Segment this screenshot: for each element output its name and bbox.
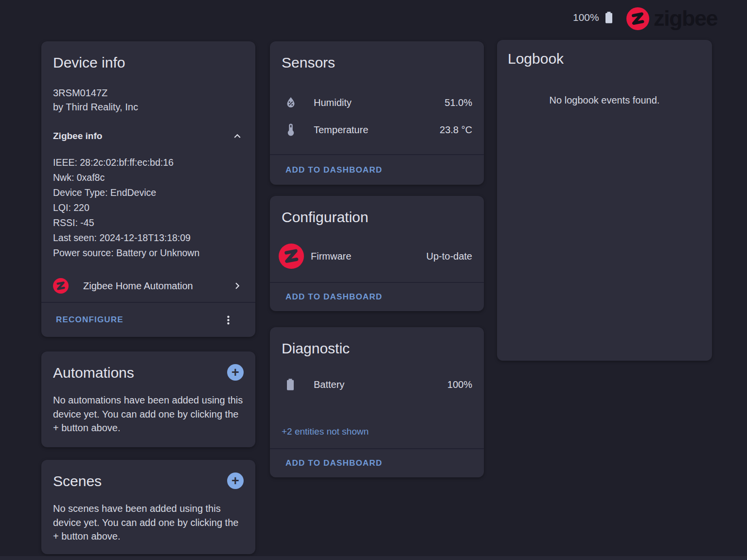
header-battery-status: 100% — [573, 11, 616, 24]
humidity-icon — [282, 95, 314, 110]
entity-value: 23.8 °C — [440, 124, 472, 136]
zigbee-attributes: IEEE: 28:2c:02:bf:ff:ec:bd:16 Nwk: 0xaf8… — [53, 155, 244, 261]
integration-label: Zigbee Home Automation — [83, 280, 193, 292]
scenes-empty-text: No scenes have been added using this dev… — [53, 502, 244, 543]
entity-value: 100% — [447, 379, 472, 390]
diagnostic-card: Diagnostic Battery 100% +2 entities not … — [270, 327, 484, 477]
attr-last-seen: Last seen: 2024-12-18T13:18:09 — [53, 230, 244, 245]
battery-icon — [282, 378, 314, 391]
attr-rssi: RSSI: -45 — [53, 215, 244, 230]
diagnostic-row-battery[interactable]: Battery 100% — [282, 370, 472, 399]
automations-card: Automations + No automations have been a… — [41, 351, 255, 447]
attr-lqi: LQI: 220 — [53, 200, 244, 215]
logbook-card: Logbook No logbook events found. — [497, 40, 712, 361]
entity-label: Battery — [314, 379, 344, 390]
logbook-title: Logbook — [508, 50, 701, 68]
zigbee-logo-icon — [626, 7, 649, 30]
device-info-card: Device info 3RSM0147Z by Third Reality, … — [41, 41, 255, 337]
battery-icon — [602, 11, 616, 24]
automations-empty-text: No automations have been added using thi… — [53, 393, 244, 435]
entities-not-shown-link[interactable]: +2 entities not shown — [282, 426, 472, 437]
device-model: 3RSM0147Z — [53, 86, 244, 100]
next-row-card-edge — [0, 556, 747, 560]
integration-link[interactable]: Zigbee Home Automation — [53, 278, 244, 294]
attr-nwk: Nwk: 0xaf8c — [53, 170, 244, 185]
zigbee-logo-icon — [279, 244, 311, 269]
add-automation-button[interactable]: + — [227, 364, 244, 381]
add-to-dashboard-button[interactable]: ADD TO DASHBOARD — [285, 165, 382, 175]
sensor-row-humidity[interactable]: Humidity 51.0% — [282, 89, 472, 116]
scenes-title: Scenes — [53, 472, 102, 490]
header-battery-level: 100% — [573, 12, 599, 23]
zigbee-info-section-title: Zigbee info — [53, 131, 102, 141]
entity-label: Firmware — [311, 251, 351, 262]
device-info-title: Device info — [53, 54, 244, 71]
thermometer-icon — [282, 122, 314, 137]
scenes-card: Scenes + No scenes have been added using… — [41, 460, 255, 554]
sensors-title: Sensors — [282, 54, 472, 71]
zigbee-brand: zigbee — [626, 6, 717, 31]
reconfigure-button[interactable]: RECONFIGURE — [56, 315, 124, 325]
configuration-card: Configuration Firmware Up-to-date ADD TO… — [270, 196, 484, 311]
sensors-card: Sensors Humidity 51.0% Temperature 23.8 … — [270, 41, 484, 185]
chevron-right-icon — [231, 280, 244, 292]
chevron-up-icon[interactable] — [231, 130, 244, 142]
entity-value: 51.0% — [445, 97, 472, 108]
device-manufacturer: by Third Reality, Inc — [53, 100, 244, 114]
zigbee-info-section-toggle[interactable]: Zigbee info — [53, 130, 244, 142]
entity-value: Up-to-date — [427, 251, 473, 262]
attr-device-type: Device Type: EndDevice — [53, 185, 244, 200]
zigbee-logo-icon — [53, 278, 69, 294]
diagnostic-title: Diagnostic — [282, 340, 472, 357]
add-scene-button[interactable]: + — [227, 472, 244, 489]
plus-icon: + — [231, 474, 239, 488]
add-to-dashboard-button[interactable]: ADD TO DASHBOARD — [285, 292, 382, 302]
config-row-firmware[interactable]: Firmware Up-to-date — [282, 239, 472, 274]
entity-label: Humidity — [314, 97, 352, 108]
automations-title: Automations — [53, 364, 134, 382]
zigbee-wordmark: zigbee — [654, 6, 717, 31]
entity-label: Temperature — [314, 124, 368, 136]
dots-vertical-icon[interactable] — [222, 314, 235, 327]
add-to-dashboard-button[interactable]: ADD TO DASHBOARD — [285, 458, 382, 468]
configuration-title: Configuration — [282, 209, 472, 226]
logbook-empty-text: No logbook events found. — [508, 95, 701, 106]
sensor-row-temperature[interactable]: Temperature 23.8 °C — [282, 116, 472, 143]
attr-ieee: IEEE: 28:2c:02:bf:ff:ec:bd:16 — [53, 155, 244, 170]
plus-icon: + — [231, 366, 239, 379]
attr-power-source: Power source: Battery or Unknown — [53, 245, 244, 261]
